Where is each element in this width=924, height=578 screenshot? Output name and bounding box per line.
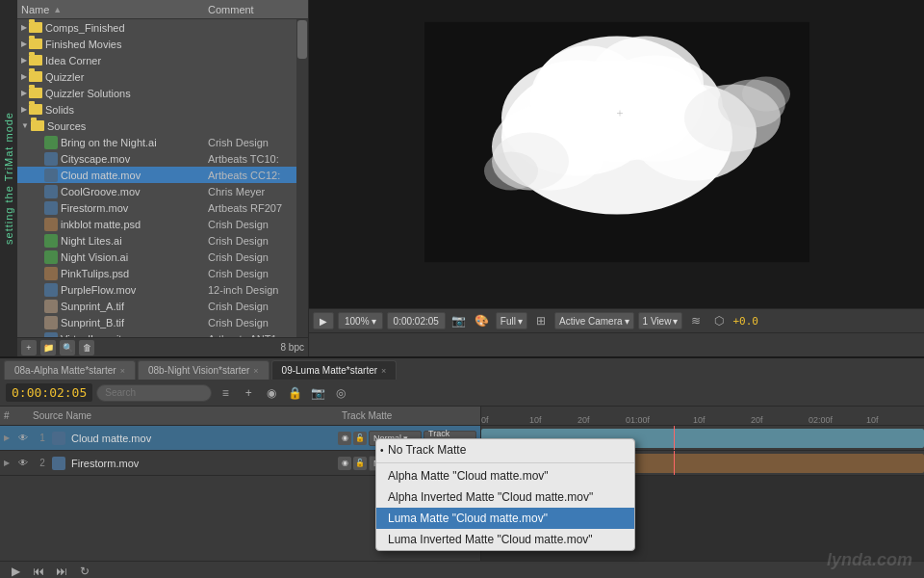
camera-view-dropdown[interactable]: Active Camera ▾ xyxy=(554,312,634,329)
file-browser-bottom: + 📁 🔍 🗑 8 bpc xyxy=(17,337,308,356)
preview-panel: ▶ 100% ▾ 0:00:02:05 📷 🎨 Full ▾ ⊞ Active … xyxy=(309,0,924,356)
folder-arrow-icon: ▶ xyxy=(21,23,27,32)
lock-icon[interactable]: 🔒 xyxy=(285,383,304,403)
menu-item-alpha-inverted-matte[interactable]: Alpha Inverted Matte "Cloud matte.mov" xyxy=(376,486,634,508)
comment-column-header[interactable]: Comment xyxy=(208,4,304,15)
ruler-mark: 0f xyxy=(481,415,489,425)
layer-lock-2[interactable]: 🔓 xyxy=(353,457,367,470)
ruler-mark: 20f xyxy=(751,415,763,425)
list-item[interactable]: Sunprint_A.tif Crish Design xyxy=(17,298,308,314)
layer-solo-1[interactable]: ◉ xyxy=(338,432,351,445)
tif-file-icon xyxy=(44,300,58,313)
timeline-search[interactable] xyxy=(96,384,212,402)
list-item[interactable]: Cityscape.mov Artbeats TC10: xyxy=(17,150,308,167)
play-icon[interactable]: ▶ xyxy=(6,562,25,579)
solo-icon[interactable]: ◉ xyxy=(262,383,281,403)
folder-button[interactable]: 📁 xyxy=(40,340,56,355)
track-matte-context-menu: • No Track Matte Alpha Matte "Cloud matt… xyxy=(375,438,635,551)
list-item[interactable]: ▶ Solids xyxy=(17,101,308,118)
list-item[interactable]: Bring on the Night.ai Crish Design xyxy=(17,134,308,150)
folder-icon xyxy=(29,39,42,49)
psd-file-icon xyxy=(44,218,58,231)
step-fwd-icon[interactable]: ⏭ xyxy=(52,562,71,579)
list-item[interactable]: inkblot matte.psd Crish Design xyxy=(17,216,308,232)
layer-expand-2[interactable]: ▶ xyxy=(4,459,10,467)
menu-item-alpha-matte[interactable]: Alpha Matte "Cloud matte.mov" xyxy=(376,465,634,486)
menu-item-luma-matte[interactable]: Luma Matte "Cloud matte.mov" xyxy=(376,508,634,529)
tab-close-luma[interactable]: × xyxy=(381,366,386,376)
list-item[interactable]: ▼ Sources xyxy=(17,118,308,134)
layer-expand-1[interactable]: ▶ xyxy=(4,434,10,442)
toggle-icon[interactable]: ◎ xyxy=(331,383,350,403)
search-button[interactable]: 🔍 xyxy=(60,340,75,355)
new-layer-icon[interactable]: + xyxy=(239,383,258,403)
list-item[interactable]: ▶ Finished Movies xyxy=(17,36,308,52)
list-item[interactable]: Night Lites.ai Crish Design xyxy=(17,232,308,249)
color-icon[interactable]: 🎨 xyxy=(473,311,492,330)
list-item[interactable]: VirtualInsanity.mov Artbeats ANT1: xyxy=(17,330,308,337)
sidebar-label: setting the TriMat mode xyxy=(0,0,17,356)
layer-visibility-1[interactable]: 👁 xyxy=(13,429,33,448)
layer-lock-1[interactable]: 🔓 xyxy=(353,432,367,445)
timeline-settings-icon[interactable]: ≡ xyxy=(216,383,235,403)
ai-file-icon xyxy=(44,136,58,149)
ram-preview-button[interactable]: ▶ xyxy=(313,312,334,329)
quality-dropdown[interactable]: Full ▾ xyxy=(496,312,527,329)
tab-alpha-matte[interactable]: 08a-Alpha Matte*starter × xyxy=(4,360,136,380)
tif-file-icon xyxy=(44,316,58,329)
layer-controls-2: ◉ 🔓 xyxy=(338,457,367,470)
file-browser-scrollbar[interactable] xyxy=(296,19,308,337)
layer-icon-1 xyxy=(52,432,65,445)
folder-open-icon xyxy=(31,120,44,131)
zoom-dropdown[interactable]: 100% ▾ xyxy=(338,312,383,329)
3d-icon[interactable]: ⬡ xyxy=(709,311,729,330)
menu-item-no-track-matte[interactable]: • No Track Matte xyxy=(376,439,634,460)
menu-item-luma-inverted-matte[interactable]: Luma Inverted Matte "Cloud matte.mov" xyxy=(376,529,634,550)
camera2-icon[interactable]: 📷 xyxy=(308,383,327,403)
folder-icon xyxy=(29,88,42,98)
import-button[interactable]: + xyxy=(21,340,37,355)
folder-icon xyxy=(29,22,42,33)
folder-arrow-icon: ▶ xyxy=(21,39,27,48)
list-item-cloud-matte[interactable]: Cloud matte.mov Artbeats CC12: xyxy=(17,167,308,183)
menu-separator xyxy=(376,462,634,463)
layer-num-1: 1 xyxy=(35,433,50,443)
delete-button[interactable]: 🗑 xyxy=(79,340,94,355)
mov-file-icon xyxy=(44,201,58,215)
preview-toolbar: ▶ 100% ▾ 0:00:02:05 📷 🎨 Full ▾ ⊞ Active … xyxy=(309,308,924,356)
timecode-display[interactable]: 0:00:02:05 xyxy=(387,312,446,329)
motion-blur-icon[interactable]: ≋ xyxy=(686,311,706,330)
camera-icon[interactable]: 📷 xyxy=(449,311,469,330)
preview-canvas xyxy=(309,0,924,308)
file-browser: Name ▲ Comment ▶ Comps_Finished ▶ Finish… xyxy=(17,0,309,356)
tab-close-night[interactable]: × xyxy=(253,366,258,376)
layer-visibility-2[interactable]: 👁 xyxy=(13,454,33,473)
list-item[interactable]: Sunprint_B.tif Crish Design xyxy=(17,314,308,330)
list-item[interactable]: ▶ Idea Corner xyxy=(17,52,308,68)
tab-close-alpha[interactable]: × xyxy=(120,366,125,376)
loop-icon[interactable]: ↻ xyxy=(75,562,94,579)
layer-solo-2[interactable]: ◉ xyxy=(338,457,351,470)
list-item[interactable]: Firestorm.mov Artbeats RF207 xyxy=(17,199,308,216)
tab-luma-matte[interactable]: 09-Luma Matte*starter × xyxy=(271,360,398,380)
ai-file-icon xyxy=(44,234,58,248)
step-back-icon[interactable]: ⏮ xyxy=(29,562,48,579)
list-item[interactable]: CoolGroove.mov Chris Meyer xyxy=(17,183,308,199)
timeline-timecode[interactable]: 0:00:02:05 xyxy=(6,383,92,402)
list-item[interactable]: PinkTulips.psd Crish Design xyxy=(17,265,308,281)
track-matte-header: Track Matte xyxy=(342,410,419,421)
file-list: ▶ Comps_Finished ▶ Finished Movies ▶ Ide… xyxy=(17,19,308,337)
views-dropdown[interactable]: 1 View ▾ xyxy=(638,312,683,329)
layer-name-2: Firestorm.mov xyxy=(71,458,336,469)
folder-icon xyxy=(29,55,42,66)
tab-night-vision[interactable]: 08b-Night Vision*starter × xyxy=(138,360,270,380)
list-item[interactable]: ▶ Quizzler xyxy=(17,68,308,85)
list-item[interactable]: Night Vision.ai Crish Design xyxy=(17,249,308,265)
list-item[interactable]: ▶ Quizzler Solutions xyxy=(17,85,308,101)
grid-icon[interactable]: ⊞ xyxy=(531,311,551,330)
list-item[interactable]: ▶ Comps_Finished xyxy=(17,19,308,36)
name-column-header[interactable]: Name ▲ xyxy=(21,4,208,15)
scrollbar-thumb[interactable] xyxy=(297,20,307,59)
list-item[interactable]: PurpleFlow.mov 12-inch Design xyxy=(17,281,308,298)
layer-icon-2 xyxy=(52,457,65,470)
